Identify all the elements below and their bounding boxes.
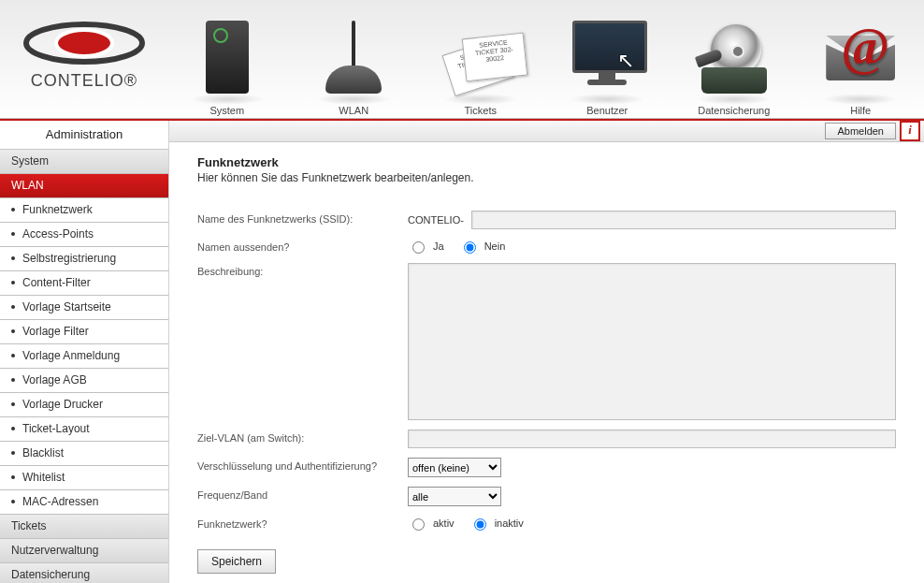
nav-wlan-label: WLAN — [291, 105, 418, 116]
band-label: Frequenz/Band — [197, 487, 408, 501]
state-inactive-label: inaktiv — [495, 517, 524, 529]
nav-tickets[interactable]: SERVICE TICKET 302-30022 SERVICE TICKET … — [417, 0, 544, 118]
sidebar-item-vorlage-drucker[interactable]: Vorlage Drucker — [0, 393, 168, 417]
sidebar-item-funknetzwerk[interactable]: Funknetzwerk — [0, 198, 168, 223]
tickets-icon: SERVICE TICKET 302-30022 SERVICE TICKET … — [443, 30, 518, 94]
brand-eye-icon — [19, 21, 150, 66]
sidebar-group-tickets[interactable]: Tickets — [0, 515, 168, 539]
state-active-label: aktiv — [433, 517, 455, 529]
broadcast-yes-label: Ja — [433, 240, 444, 252]
band-select[interactable]: alle — [408, 487, 501, 506]
nav-backup-label: Datensicherung — [671, 105, 798, 116]
nav-wlan[interactable]: WLAN — [291, 0, 418, 118]
nav-system[interactable]: System — [164, 0, 291, 118]
logout-button[interactable]: Abmelden — [825, 123, 896, 139]
ssid-label: Name des Funknetzwerks (SSID): — [197, 211, 408, 225]
sidebar-group-system[interactable]: System — [0, 150, 168, 174]
save-button[interactable]: Speichern — [197, 549, 276, 574]
sidebar-item-ticket-layout[interactable]: Ticket-Layout — [0, 417, 168, 442]
state-inactive-radio[interactable] — [474, 518, 486, 531]
brand-name: CONTELIO® — [9, 71, 159, 91]
nav-tickets-label: Tickets — [417, 105, 544, 116]
content: Funknetzwerk Hier können Sie das Funknet… — [169, 142, 924, 583]
sidebar-item-vorlage-agb[interactable]: Vorlage AGB — [0, 369, 168, 393]
nav-help[interactable]: @ Hilfe — [798, 0, 925, 118]
page-title: Funknetzwerk — [197, 155, 896, 169]
nav-system-label: System — [164, 105, 291, 116]
top-nav: System WLAN SERVICE TICKET 302-30022 SER… — [164, 0, 924, 118]
broadcast-label: Namen aussenden? — [197, 239, 408, 253]
wlan-antenna-icon — [321, 21, 386, 94]
page-subtitle: Hier können Sie das Funknetzwerk bearbei… — [197, 171, 896, 184]
main: Abmelden i Funknetzwerk Hier können Sie … — [169, 121, 924, 583]
brand-logo: CONTELIO® — [9, 21, 159, 91]
ssid-input[interactable] — [471, 211, 896, 229]
sidebar-item-vorlage-filter[interactable]: Vorlage Filter — [0, 320, 168, 344]
broadcast-no-radio[interactable] — [464, 241, 476, 254]
sidebar-item-access-points[interactable]: Access-Points — [0, 223, 168, 247]
nav-users[interactable]: ↖ Benutzer — [544, 0, 671, 118]
sidebar-group-wlan[interactable]: WLAN — [0, 174, 168, 198]
sidebar-item-mac-adressen[interactable]: MAC-Adressen — [0, 490, 168, 515]
broadcast-no-label: Nein — [484, 240, 506, 252]
vlan-input[interactable] — [408, 430, 896, 448]
nav-help-label: Hilfe — [798, 105, 925, 116]
monitor-cursor-icon: ↖ — [567, 21, 647, 94]
info-icon[interactable]: i — [900, 121, 920, 141]
description-textarea[interactable] — [408, 263, 896, 420]
broadcast-yes-radio[interactable] — [412, 241, 425, 254]
sidebar: Administration System WLAN Funknetzwerk … — [0, 121, 169, 583]
state-label: Funknetzwerk? — [197, 516, 408, 530]
encryption-select[interactable]: offen (keine) — [408, 458, 501, 477]
description-label: Beschreibung: — [197, 263, 408, 277]
sidebar-group-datensicherung[interactable]: Datensicherung — [0, 563, 168, 583]
sidebar-group-nutzerverwaltung[interactable]: Nutzerverwaltung — [0, 539, 168, 563]
header: CONTELIO® System WLAN SERVICE TICKET 302… — [0, 0, 924, 119]
sidebar-item-whitelist[interactable]: Whitelist — [0, 466, 168, 490]
sidebar-title: Administration — [0, 121, 168, 150]
ssid-prefix: CONTELIO- — [408, 214, 464, 226]
sidebar-item-blacklist[interactable]: Blacklist — [0, 442, 168, 466]
sidebar-item-content-filter[interactable]: Content-Filter — [0, 271, 168, 296]
nav-users-label: Benutzer — [544, 105, 671, 116]
state-active-radio[interactable] — [412, 518, 425, 531]
backup-icon — [694, 21, 774, 94]
sidebar-item-selbstregistrierung[interactable]: Selbstregistrierung — [0, 247, 168, 271]
toolbar: Abmelden i — [169, 121, 924, 142]
help-mail-icon: @ — [820, 21, 901, 94]
system-icon — [206, 21, 249, 94]
sidebar-item-vorlage-anmeldung[interactable]: Vorlage Anmeldung — [0, 344, 168, 369]
encryption-label: Verschlüsselung und Authentifizierung? — [197, 458, 408, 472]
vlan-label: Ziel-VLAN (am Switch): — [197, 430, 408, 444]
nav-backup[interactable]: Datensicherung — [671, 0, 798, 118]
sidebar-item-vorlage-startseite[interactable]: Vorlage Startseite — [0, 296, 168, 320]
